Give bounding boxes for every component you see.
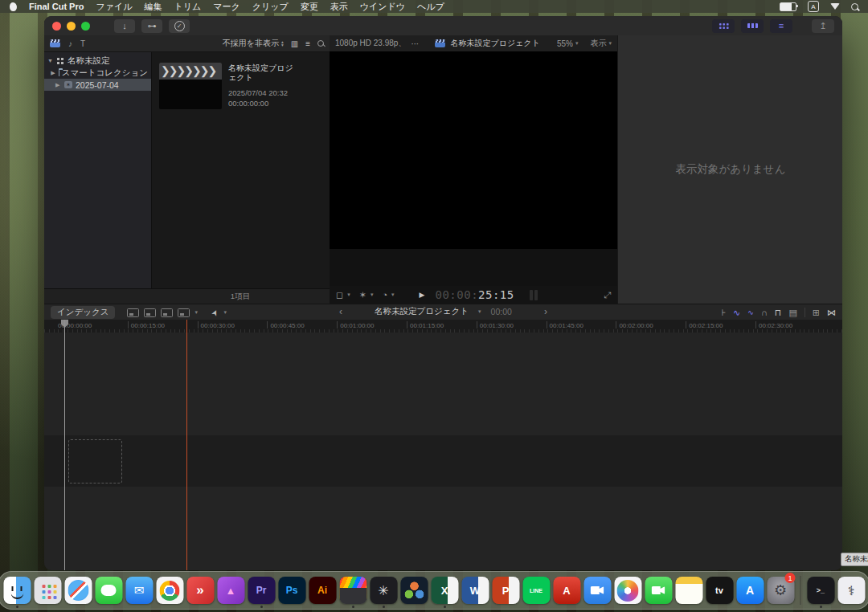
dock-item-zoom[interactable] — [583, 573, 612, 608]
format-label[interactable]: 1080p HD 23.98p、 — [335, 38, 406, 49]
headphones-icon[interactable]: ∩ — [761, 308, 768, 317]
project-thumbnail[interactable]: ❯❯❯❯❯❯❯ — [159, 63, 222, 109]
skimming-icon[interactable]: ⊦ — [721, 308, 726, 318]
timeline-ruler[interactable]: 00:00:00:0000:00:15:0000:00:30:0000:00:4… — [44, 320, 842, 333]
menu-item-4[interactable]: クリップ — [252, 1, 289, 13]
audio-skimming-icon[interactable]: ∿ — [733, 308, 740, 318]
index-button[interactable]: インデックス — [51, 306, 115, 319]
viewer-project-title[interactable]: 名称未設定プロジェクト — [450, 38, 539, 49]
dock-item-stethoscope-utility[interactable]: ⚕ — [837, 573, 866, 608]
retime-icon[interactable]: ◔ — [382, 290, 387, 300]
transitions-browser-icon[interactable]: ⋈ — [827, 308, 836, 318]
background-tasks-button[interactable]: ✓ — [169, 19, 190, 33]
zoom-level-dropdown[interactable]: 55% ▾ — [557, 39, 579, 48]
timeline-project-title[interactable]: 名称未設定プロジェクト — [375, 306, 469, 317]
disclosure-closed-icon[interactable]: ▶ — [51, 70, 55, 76]
dock-item-davinci-resolve[interactable] — [400, 573, 428, 608]
dock-item-chrome[interactable] — [156, 573, 184, 608]
dock-item-app-store[interactable]: A — [736, 573, 764, 608]
insert-edit-icon[interactable] — [144, 308, 156, 317]
libraries-sidebar-icon[interactable] — [50, 39, 60, 47]
dock-item-finder[interactable] — [3, 573, 31, 608]
solo-icon[interactable]: ∿ — [747, 308, 754, 316]
dock-item-red-diamond-app[interactable]: » — [186, 573, 215, 608]
dock-item-affinity-photo[interactable]: ▲ — [217, 573, 245, 608]
play-button[interactable]: ▶ — [420, 291, 425, 299]
titles-generators-icon[interactable]: T — [80, 39, 85, 48]
select-tool-icon[interactable]: ➤ — [209, 308, 220, 317]
dock-item-launchpad[interactable] — [34, 573, 62, 608]
forward-chevron[interactable]: › — [544, 306, 547, 317]
input-source-icon[interactable]: A — [808, 1, 819, 12]
dock-item-safari[interactable] — [64, 573, 92, 608]
dock-item-excel[interactable]: X — [431, 573, 459, 608]
snapping-icon[interactable]: ⊓ — [775, 308, 782, 318]
dock-item-word[interactable]: W — [461, 573, 489, 608]
battery-icon[interactable] — [780, 2, 796, 11]
wifi-icon[interactable] — [830, 3, 840, 10]
sidebar-item-event[interactable]: ▶ ✶ 2025-07-04 — [44, 79, 151, 91]
keyword-editor-button[interactable]: ⊶ — [141, 19, 162, 33]
timeline-toggle-button[interactable] — [741, 19, 764, 33]
dock-item-mail[interactable]: ✉ — [125, 573, 154, 608]
dock-item-fan-utility[interactable]: ✳ — [370, 573, 398, 608]
menu-item-7[interactable]: ウインドウ — [360, 1, 405, 13]
dock-item-photoshop[interactable]: Ps — [278, 573, 306, 608]
app-menu-title[interactable]: Final Cut Pro — [29, 2, 84, 11]
chevron-down-icon[interactable]: ▾ — [194, 309, 198, 316]
crop-icon[interactable]: ◻ — [336, 290, 343, 300]
browser-search-icon[interactable] — [317, 40, 324, 47]
dock-item-premiere-pro[interactable]: Pr — [248, 573, 276, 608]
dock-item-notes[interactable] — [675, 573, 703, 608]
fullscreen-icon[interactable]: ⤢ — [604, 290, 611, 300]
dock-item-illustrator[interactable]: Ai — [309, 573, 337, 608]
chevron-down-icon[interactable]: ▾ — [223, 309, 227, 316]
dock-item-photos[interactable] — [614, 573, 642, 608]
sidebar-item-library[interactable]: ▼ 名称未設定 — [44, 55, 151, 67]
more-options-icon[interactable]: ⋯ — [411, 39, 419, 48]
overwrite-edit-icon[interactable] — [178, 308, 190, 317]
menu-item-6[interactable]: 表示 — [330, 1, 348, 13]
clip-appearance-icon[interactable]: ▤ — [788, 308, 796, 318]
menu-item-2[interactable]: トリム — [174, 1, 201, 13]
playhead[interactable] — [64, 320, 65, 570]
disclosure-open-icon[interactable]: ▼ — [47, 58, 53, 63]
disclosure-closed-icon[interactable]: ▶ — [55, 82, 61, 88]
enhancements-wand-icon[interactable]: ✶ — [359, 290, 366, 300]
dock-item-final-cut-pro[interactable] — [339, 573, 367, 608]
effects-browser-icon[interactable]: ⊞ — [813, 308, 820, 318]
audio-meters[interactable] — [530, 290, 538, 300]
dock-item-terminal[interactable]: >_ — [807, 573, 835, 608]
filter-dropdown[interactable]: 不採用を非表示 ▴▾ — [223, 38, 284, 49]
dock-item-powerpoint[interactable]: P — [492, 573, 520, 608]
zoom-button[interactable] — [81, 22, 90, 31]
share-button[interactable]: ↥ — [812, 19, 834, 33]
menu-item-8[interactable]: ヘルプ — [417, 1, 444, 13]
apple-menu-icon[interactable] — [10, 2, 17, 11]
project-meta[interactable]: 名称未設定プロジェクト 2025/07/04 20:32 00:00:00:00 — [228, 63, 301, 108]
import-media-button[interactable]: ↓ — [114, 19, 135, 33]
filmstrip-view-icon[interactable]: ▥ — [291, 39, 298, 48]
menu-item-5[interactable]: 変更 — [301, 1, 318, 13]
timeline-body[interactable] — [44, 333, 842, 570]
dock-item-messages[interactable] — [95, 573, 123, 608]
dock-item-system-settings[interactable]: ⚙1 — [767, 573, 795, 608]
minimize-button[interactable] — [67, 22, 76, 31]
list-view-icon[interactable]: ≡ — [305, 39, 310, 48]
menu-item-0[interactable]: ファイル — [96, 1, 132, 13]
sidebar-item-smart-collection[interactable]: ▶ スマートコレクション — [44, 67, 151, 79]
viewer-video-area[interactable] — [330, 51, 617, 249]
view-dropdown[interactable]: 表示 ▾ — [590, 38, 612, 49]
dock-item-facetime[interactable] — [645, 573, 673, 608]
close-button[interactable] — [52, 22, 61, 31]
menu-item-3[interactable]: マーク — [213, 1, 240, 13]
search-icon[interactable] — [851, 3, 858, 10]
chevron-down-icon[interactable]: ▾ — [391, 292, 395, 298]
connect-edit-icon[interactable] — [127, 308, 139, 317]
storyline-drop-placeholder[interactable] — [68, 439, 122, 483]
dock-item-acrobat[interactable]: A — [553, 573, 581, 608]
dock-item-line[interactable]: LINE — [522, 573, 551, 608]
back-chevron[interactable]: ‹ — [339, 306, 342, 317]
inspector-toggle-button[interactable]: ≡ — [770, 19, 792, 33]
photos-audio-browser-icon[interactable]: ♪ — [68, 39, 72, 48]
